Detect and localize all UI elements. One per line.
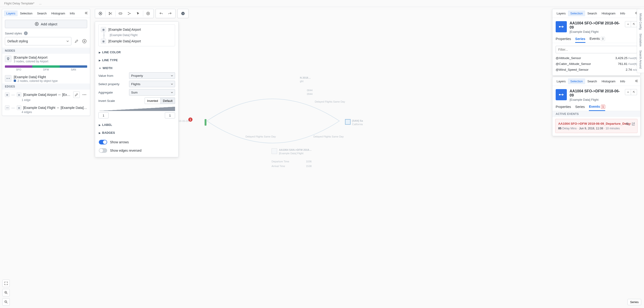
add-object-label: Add object xyxy=(41,22,58,26)
show-arrows-toggle[interactable] xyxy=(99,140,107,144)
line-color-accordion[interactable]: ▶LINE COLOR xyxy=(98,49,175,56)
tab-info[interactable]: Info xyxy=(618,78,628,84)
node-type-airport[interactable]: [Example Data] Airport 3 nodes, colored … xyxy=(2,54,90,64)
rail-simulation[interactable]: Simulation xyxy=(639,32,642,48)
collapse-left-icon[interactable] xyxy=(84,11,88,16)
node-type-flight[interactable]: [Example Data] Flight 2 nodes, colored b… xyxy=(2,73,90,84)
tab-histogram[interactable]: Histogram xyxy=(599,11,618,16)
svg-point-12 xyxy=(109,14,110,15)
zoom-out-icon[interactable] xyxy=(2,298,10,306)
zoom-icon[interactable] xyxy=(626,122,629,127)
value-from-dropdown[interactable]: Property xyxy=(129,72,175,79)
help-icon[interactable]: ? xyxy=(178,9,188,18)
badges-accordion[interactable]: ▶BADGES xyxy=(98,130,175,136)
selection-title: AA1004 SFO->DFW 2018-06-09 xyxy=(570,21,622,30)
tab-events[interactable]: Events0 xyxy=(590,37,605,43)
expand-icon[interactable] xyxy=(125,9,134,18)
locate-icon[interactable]: ⌖ xyxy=(625,21,631,27)
zoom-in-icon[interactable] xyxy=(2,289,10,296)
event-card[interactable]: AA1004 SFO->DFW 2018-06-09_Departure_Del… xyxy=(555,119,638,133)
collapse-right-icon[interactable] xyxy=(635,79,638,84)
tab-layers[interactable]: Layers xyxy=(554,78,568,84)
open-external-icon[interactable]: ⇱ xyxy=(631,89,637,95)
open-external-icon[interactable] xyxy=(632,122,635,127)
undo-icon[interactable] xyxy=(157,9,166,18)
target-icon[interactable] xyxy=(96,9,105,18)
add-style-icon[interactable] xyxy=(82,38,87,44)
svg-rect-13 xyxy=(119,13,122,14)
svg-text:?: ? xyxy=(182,12,184,15)
rail-search-around[interactable]: Search Around xyxy=(639,48,642,71)
saved-styles-label: Saved styles xyxy=(5,32,22,35)
series-button[interactable]: Series xyxy=(628,299,641,305)
chevron-down-icon xyxy=(171,75,173,77)
width-max-input[interactable]: 1 xyxy=(165,112,175,118)
tab-series[interactable]: Series xyxy=(575,37,586,43)
more-tabs[interactable]: ... xyxy=(37,1,44,6)
show-edges-reversed-toggle[interactable] xyxy=(99,148,107,153)
svg-point-3 xyxy=(6,78,8,79)
tab-layers[interactable]: Layers xyxy=(4,11,18,16)
tab-search[interactable]: Search xyxy=(35,11,49,16)
selection-panel-series: Layers Selection Search Histogram Info A… xyxy=(552,9,640,76)
width-min-input[interactable]: 1 xyxy=(98,112,108,118)
edit-style-icon[interactable] xyxy=(74,38,79,44)
inverted-option[interactable]: Inverted xyxy=(144,98,161,104)
pin-icon: ◉ xyxy=(17,92,22,97)
cursor-icon[interactable] xyxy=(134,9,142,18)
aggregate-dropdown[interactable]: Sum xyxy=(129,89,175,96)
edges-header: EDGES xyxy=(2,84,90,90)
group-icon[interactable] xyxy=(116,9,125,18)
filter-input[interactable] xyxy=(556,46,637,53)
tab-properties[interactable]: Properties xyxy=(556,37,571,43)
chevron-down-icon xyxy=(171,91,173,94)
add-object-button[interactable]: Add object xyxy=(5,20,87,28)
edge-airport-airport[interactable]: ◉ — ◉ [Example Data] Airport ↔ [Exam… xyxy=(2,90,90,98)
series-row[interactable]: @Altitude_Sensor 3,429.25 Feet(ft) xyxy=(556,55,637,61)
edit-edge-icon[interactable] xyxy=(73,91,80,98)
document-tab[interactable]: Flight Delay Template* xyxy=(2,1,37,6)
flight-icon xyxy=(556,89,567,100)
tab-layers[interactable]: Layers xyxy=(554,11,568,16)
locate-icon[interactable]: ⌖ xyxy=(625,89,631,95)
line-type-accordion[interactable]: ▶LINE TYPE xyxy=(98,57,175,64)
tab-histogram[interactable]: Histogram xyxy=(49,11,68,16)
width-accordion[interactable]: ▼WIDTH xyxy=(98,65,175,71)
series-row[interactable]: @Wind_Speed_Sensor 2.74 m/s xyxy=(556,67,637,73)
label-accordion[interactable]: ▶LABEL xyxy=(98,122,175,128)
tab-info[interactable]: Info xyxy=(68,11,77,16)
left-panel-tabs: Layers Selection Search Histogram Info xyxy=(2,9,90,18)
info-icon[interactable]: i xyxy=(24,32,28,35)
svg-point-5 xyxy=(9,78,10,79)
series-row[interactable]: @Cabin_Altitude_Sensor 761.81 Feet(ft) xyxy=(556,61,637,67)
more-icon[interactable] xyxy=(82,92,87,98)
open-external-icon[interactable]: ⇱ xyxy=(631,21,637,27)
right-side-rail: Model Config Simulation Search Around xyxy=(637,9,644,73)
chevron-down-icon xyxy=(66,40,69,42)
tab-properties[interactable]: Properties xyxy=(556,105,571,111)
tab-selection[interactable]: Selection xyxy=(568,11,585,16)
tab-histogram[interactable]: Histogram xyxy=(599,78,618,84)
invert-scale-toggle[interactable]: Inverted Default xyxy=(144,98,175,104)
tab-events[interactable]: Events1 xyxy=(589,105,605,111)
pin-icon: ◉ xyxy=(5,92,10,97)
tab-search[interactable]: Search xyxy=(585,11,599,16)
redo-icon[interactable] xyxy=(166,9,174,18)
chevron-down-icon xyxy=(171,83,173,85)
select-property-dropdown[interactable]: Flights xyxy=(129,81,175,87)
rail-model-config[interactable]: Model Config xyxy=(639,12,642,32)
edge-flight-airport[interactable]: ⊶ — ◉ [Example Data] Flight ↔ [Example D… xyxy=(2,104,90,111)
scissors-icon[interactable] xyxy=(106,9,115,18)
default-option[interactable]: Default xyxy=(161,98,175,104)
tab-selection[interactable]: Selection xyxy=(568,78,585,84)
graph-node-date: 18-06-09 xyxy=(178,120,189,122)
tab-search[interactable]: Search xyxy=(585,78,599,84)
active-events-header: ACTIVE EVENTS xyxy=(552,111,640,117)
style-dropdown[interactable]: Default styling xyxy=(5,37,71,45)
tab-info[interactable]: Info xyxy=(618,11,628,16)
tab-selection[interactable]: Selection xyxy=(18,11,35,16)
svg-point-10 xyxy=(100,13,101,14)
fullscreen-icon[interactable] xyxy=(2,280,10,287)
tab-series[interactable]: Series xyxy=(575,105,585,111)
remove-icon[interactable] xyxy=(144,9,152,18)
